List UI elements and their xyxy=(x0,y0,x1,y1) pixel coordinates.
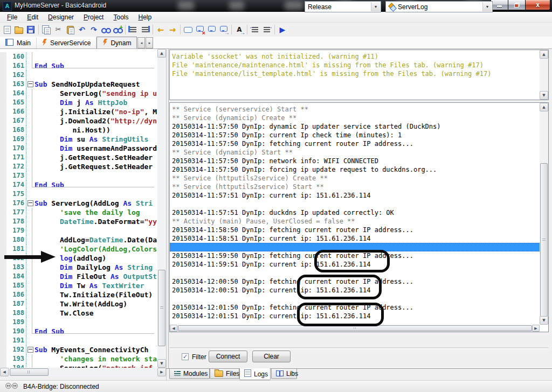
navigate-back-icon[interactable]: ← xyxy=(155,24,167,36)
panel-divider[interactable] xyxy=(168,49,169,368)
code-line: 193 'changes in network sta xyxy=(0,354,157,363)
code-text: Dim DailyLog As String xyxy=(34,263,157,272)
editor-hscroll-thumb[interactable] xyxy=(10,368,49,376)
log-entry xyxy=(172,200,541,208)
code-line: 171 j.GetRequest.SetHeader xyxy=(0,153,157,162)
bubble-arrow-icon[interactable]: → xyxy=(218,24,230,36)
scroll-down-icon[interactable]: ▼ xyxy=(540,316,548,325)
menu-item-edit[interactable]: Edit xyxy=(22,12,43,22)
marker-margin xyxy=(0,235,6,244)
fold-collapse-icon[interactable] xyxy=(27,81,33,87)
bottom-tab-libs[interactable]: Libs xyxy=(271,369,297,379)
marker-margin xyxy=(0,190,6,199)
code-line: 176Sub ServerLog(AddLog As Stri xyxy=(0,199,157,208)
filter-checkbox[interactable]: ✓ xyxy=(182,353,189,360)
tab-scroll-right-icon[interactable]: ▸ xyxy=(146,37,153,48)
menu-item-help[interactable]: Help xyxy=(133,12,156,22)
editor-vscrollbar[interactable]: ▲ ▼ xyxy=(157,49,166,368)
code-text: ServerLog("sending ip u xyxy=(34,89,157,98)
bottom-tab-files[interactable]: Files xyxy=(210,369,239,379)
clear-button[interactable]: Clear xyxy=(252,351,291,362)
bottom-tab-modules[interactable]: Modules xyxy=(169,369,210,379)
line-number: 168 xyxy=(6,125,26,135)
scroll-left-icon[interactable]: ◀ xyxy=(170,325,177,332)
connect-button[interactable]: Connect xyxy=(209,351,247,362)
toolbar-separator xyxy=(38,25,39,34)
fold-margin xyxy=(26,71,34,80)
warnings-box[interactable]: Variable 'ssocket' was not initialized. … xyxy=(169,50,549,100)
log-vscroll-thumb[interactable] xyxy=(540,163,548,317)
marker-margin xyxy=(0,144,6,153)
copy-icon[interactable] xyxy=(40,24,52,36)
scroll-right-icon[interactable]: ▶ xyxy=(532,325,540,332)
bottom-tab-logs[interactable]: Logs xyxy=(239,368,271,380)
code-text: Tw.Write(AddLog) xyxy=(34,299,157,309)
editor-vscroll-thumb[interactable] xyxy=(158,270,165,346)
editor-hscrollbar[interactable]: ◀ ▶ xyxy=(0,368,166,376)
navigate-forward-icon[interactable]: → xyxy=(167,24,178,36)
run-icon[interactable]: ▶ xyxy=(277,24,288,36)
filter-label: Filter xyxy=(192,353,206,361)
open-file-icon[interactable] xyxy=(13,24,25,36)
paste-icon[interactable] xyxy=(64,24,76,36)
scroll-up-icon[interactable]: ▲ xyxy=(157,49,166,58)
scroll-right-icon[interactable]: ▶ xyxy=(157,368,166,376)
marker-margin xyxy=(0,309,6,318)
scroll-up-icon[interactable]: ▲ xyxy=(540,50,548,59)
tab-serverservice[interactable]: ServerService xyxy=(37,38,96,48)
code-editor[interactable]: 160161End Sub162163Sub SendNoIpUpdateReq… xyxy=(0,49,157,371)
save-file-icon[interactable] xyxy=(25,24,37,36)
scroll-up-icon[interactable]: ▲ xyxy=(540,103,548,111)
log-vscrollbar[interactable]: ▲ ▼ xyxy=(540,103,548,325)
toolbar-separator xyxy=(180,25,181,34)
bridge-icon xyxy=(5,383,18,390)
outdent-icon[interactable]: ← xyxy=(249,24,261,36)
menu-item-tools[interactable]: Tools xyxy=(108,12,133,22)
restore-icon xyxy=(514,3,520,8)
menu-item-project[interactable]: Project xyxy=(79,12,108,22)
scroll-down-icon[interactable]: ▼ xyxy=(540,91,548,100)
tab-dynam[interactable]: Dynam xyxy=(96,37,137,48)
close-icon: x xyxy=(536,2,540,8)
new-file-icon[interactable] xyxy=(1,24,13,36)
ide-window: A MyHomeServer - Basic4android x FileEdi… xyxy=(0,0,552,392)
comment-icon[interactable] xyxy=(127,24,139,36)
module-select[interactable]: ServerLog ▾ xyxy=(385,1,493,12)
restore-button[interactable] xyxy=(508,0,526,10)
build-config-select[interactable]: Release ▾ xyxy=(305,1,381,12)
uncomment-icon[interactable] xyxy=(139,24,151,36)
bubble-icon[interactable] xyxy=(206,24,218,36)
undo-icon[interactable]: ↶ xyxy=(76,24,88,36)
close-button[interactable]: x xyxy=(525,0,550,10)
fold-margin xyxy=(26,336,34,345)
bubble-delete-icon[interactable]: × xyxy=(194,24,206,36)
menu-item-designer[interactable]: Designer xyxy=(43,12,79,22)
menu-item-file[interactable]: File xyxy=(2,12,22,22)
line-number: 169 xyxy=(6,135,26,144)
fold-collapse-icon[interactable] xyxy=(27,200,33,206)
minimize-button[interactable] xyxy=(491,0,508,10)
panel-icon[interactable] xyxy=(182,24,194,36)
code-line: 163Sub SendNoIpUpdateRequest xyxy=(0,80,157,89)
warnings-vscrollbar[interactable]: ▲ ▼ xyxy=(540,50,548,100)
code-line: 178 DateTime.DateFormat="yy xyxy=(0,217,157,226)
tab-scroll-left-icon[interactable]: ◂ xyxy=(137,37,145,48)
scroll-left-icon[interactable]: ◀ xyxy=(0,368,9,376)
marker-margin xyxy=(0,208,6,217)
code-text: Dim su As StringUtils xyxy=(34,135,157,144)
fold-collapse-icon[interactable] xyxy=(27,347,33,353)
marker-margin xyxy=(0,116,6,125)
marker-margin xyxy=(0,180,6,190)
letter-a-arrow-icon[interactable]: A→ xyxy=(233,24,245,36)
tab-main[interactable]: Main xyxy=(0,38,37,48)
scroll-down-icon[interactable]: ▼ xyxy=(157,359,166,368)
find-next-icon[interactable]: + xyxy=(112,24,123,36)
find-icon[interactable] xyxy=(100,24,112,36)
redo-icon[interactable]: ↷ xyxy=(88,24,100,36)
cut-icon[interactable]: ✂ xyxy=(52,24,64,36)
code-line: 167 j.Download2("http://dyn xyxy=(0,116,157,125)
log-entry: 20150314-11:57:50 DynIp: current Ip chec… xyxy=(172,131,541,139)
line-number: 193 xyxy=(6,354,26,363)
indent-icon[interactable]: → xyxy=(261,24,273,36)
code-text: DateTime.DateFormat="yy xyxy=(34,217,157,226)
